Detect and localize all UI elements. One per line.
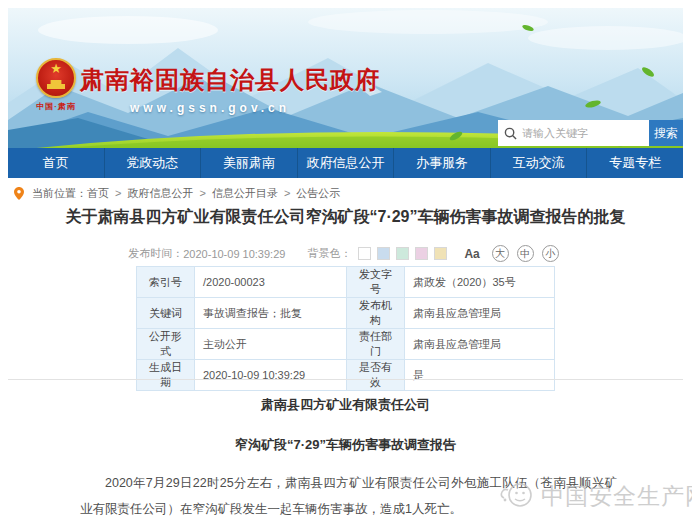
keywords-label: 关键词 — [137, 298, 195, 329]
table-row: 索引号 /2020-00023 发文字号 肃政发（2020）35号 — [137, 267, 555, 298]
breadcrumb-prefix: 当前位置： — [32, 186, 87, 201]
publish-time: 2020-10-09 10:39:29 — [183, 248, 285, 260]
responsible-dept-label: 责任部门 — [347, 329, 405, 360]
nav-item-interaction[interactable]: 互动交流 — [491, 148, 588, 178]
site-title: 肃南裕固族自治县人民政府 — [80, 64, 380, 96]
nav-item-gov-info-disclosure[interactable]: 政府信息公开 — [298, 148, 395, 178]
search-input-wrap — [498, 120, 649, 146]
bg-color-swatch-pink[interactable] — [415, 247, 428, 260]
issuing-agency-label: 发布机构 — [347, 298, 405, 329]
article-paragraph: 2020年7月29日22时25分左右，肃南县四方矿业有限责任公司外包施工队伍（苍… — [8, 470, 683, 521]
font-size-small-button[interactable]: 小 — [542, 245, 559, 262]
issuing-agency-value: 肃南县应急管理局 — [405, 298, 555, 329]
breadcrumb-announcements[interactable]: 公告公示 — [296, 186, 340, 201]
emblem-label: 中国·肃南 — [30, 101, 82, 112]
location-pin-icon — [14, 187, 24, 200]
breadcrumb: 当前位置： 首页 > 政府信息公开 > 信息公开目录 > 公告公示 — [8, 184, 683, 202]
section-divider — [8, 379, 683, 380]
bg-color-swatch-green[interactable] — [396, 247, 409, 260]
responsible-dept-value: 肃南县应急管理局 — [405, 329, 555, 360]
index-number-value: /2020-00023 — [195, 267, 347, 298]
table-row: 公开形式 主动公开 责任部门 肃南县应急管理局 — [137, 329, 555, 360]
table-row: 关键词 事故调查报告；批复 发布机构 肃南县应急管理局 — [137, 298, 555, 329]
keywords-value: 事故调查报告；批复 — [195, 298, 347, 329]
page: ★ 中国·肃南 肃南裕固族自治县人民政府 www.gssn.gov.cn 搜索 … — [0, 0, 692, 521]
validity-value: 是 — [405, 360, 555, 391]
site-url: www.gssn.gov.cn — [130, 101, 290, 115]
document-info-table: 索引号 /2020-00023 发文字号 肃政发（2020）35号 关键词 事故… — [136, 266, 555, 391]
disclosure-form-value: 主动公开 — [195, 329, 347, 360]
breadcrumb-info-catalog[interactable]: 信息公开目录 — [212, 186, 278, 201]
bg-color-label: 背景色： — [307, 246, 351, 261]
nav-item-services[interactable]: 办事服务 — [394, 148, 491, 178]
font-size-reset-button[interactable]: Aa — [464, 247, 479, 261]
government-logo[interactable]: ★ 中国·肃南 — [30, 58, 82, 112]
site-header-banner: ★ 中国·肃南 肃南裕固族自治县人民政府 www.gssn.gov.cn 搜索 — [8, 8, 683, 148]
article-title: 关于肃南县四方矿业有限责任公司窄沟矿段“7·29”车辆伤害事故调查报告的批复 — [8, 207, 683, 228]
disclosure-form-label: 公开形式 — [137, 329, 195, 360]
publish-time-label: 发布时间： — [128, 246, 183, 261]
main-nav: 首页 党政动态 美丽肃南 政府信息公开 办事服务 互动交流 专题专栏 — [8, 148, 683, 178]
article-heading-company: 肃南县四方矿业有限责任公司 — [8, 396, 683, 414]
nav-item-home[interactable]: 首页 — [8, 148, 105, 178]
generation-date-label: 生成日期 — [137, 360, 195, 391]
document-info-table-wrap: 索引号 /2020-00023 发文字号 肃政发（2020）35号 关键词 事故… — [8, 266, 683, 391]
national-emblem-icon: ★ — [36, 58, 76, 98]
font-size-medium-button[interactable]: 中 — [517, 245, 534, 262]
article-heading-report: 窄沟矿段“7·29”车辆伤害事故调查报告 — [8, 436, 683, 454]
search-icon — [504, 127, 517, 140]
search-input[interactable] — [522, 127, 643, 139]
validity-label: 是否有效 — [347, 360, 405, 391]
nav-item-party-gov-news[interactable]: 党政动态 — [105, 148, 202, 178]
breadcrumb-home[interactable]: 首页 — [87, 186, 109, 201]
nav-item-special-columns[interactable]: 专题专栏 — [587, 148, 683, 178]
doc-number-label: 发文字号 — [347, 267, 405, 298]
search-button[interactable]: 搜索 — [649, 120, 683, 146]
index-number-label: 索引号 — [137, 267, 195, 298]
font-size-large-button[interactable]: 大 — [492, 245, 509, 262]
bg-color-swatch-yellow[interactable] — [434, 247, 447, 260]
article-meta-row: 发布时间： 2020-10-09 10:39:29 背景色： Aa 大 中 小 — [8, 245, 683, 262]
bg-color-swatch-blue[interactable] — [377, 247, 390, 260]
nav-item-beautiful-sunan[interactable]: 美丽肃南 — [201, 148, 298, 178]
search-bar: 搜索 — [498, 120, 683, 146]
article-body: 肃南县四方矿业有限责任公司 窄沟矿段“7·29”车辆伤害事故调查报告 2020年… — [8, 396, 683, 521]
breadcrumb-gov-info[interactable]: 政府信息公开 — [127, 186, 193, 201]
doc-number-value: 肃政发（2020）35号 — [405, 267, 555, 298]
generation-date-value: 2020-10-09 10:39:29 — [195, 360, 347, 391]
table-row: 生成日期 2020-10-09 10:39:29 是否有效 是 — [137, 360, 555, 391]
bg-color-swatch-white[interactable] — [358, 247, 371, 260]
